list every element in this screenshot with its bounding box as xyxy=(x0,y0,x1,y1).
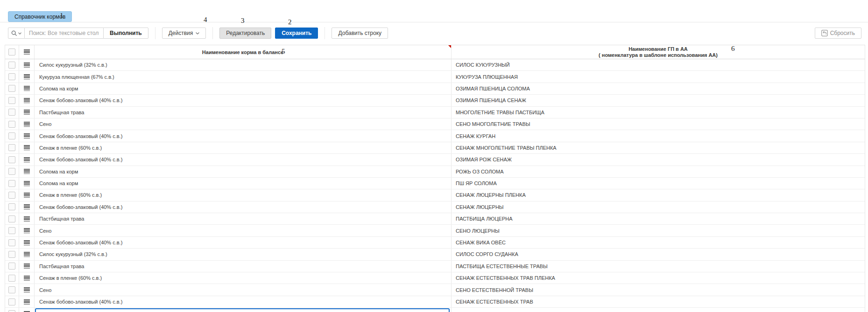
row-drag-handle-icon[interactable] xyxy=(24,216,30,222)
gp-name-cell[interactable]: ОЗИМАЯ РОЖ СЕНАЖ xyxy=(452,154,865,165)
feed-name-cell[interactable]: Сено xyxy=(35,225,452,236)
gp-name-cell[interactable]: СИЛОС СОРГО СУДАНКА xyxy=(452,249,865,260)
row-checkbox[interactable] xyxy=(8,286,15,293)
row-drag-handle-icon[interactable] xyxy=(24,240,30,245)
feed-name-cell[interactable]: Пастбищная трава xyxy=(35,107,452,118)
search-options-button[interactable] xyxy=(8,28,25,39)
search-input[interactable] xyxy=(25,28,103,39)
gp-name-cell[interactable]: СЕНАЖ ЕСТЕСТВЕННЫХ ТРАВ xyxy=(452,296,865,307)
gp-name-cell[interactable] xyxy=(452,308,865,312)
go-button[interactable]: Выполнить xyxy=(103,28,148,39)
row-checkbox[interactable] xyxy=(8,239,15,246)
row-checkbox[interactable] xyxy=(8,275,15,282)
row-drag-handle-icon[interactable] xyxy=(24,193,30,198)
row-drag-handle-icon[interactable] xyxy=(24,287,30,292)
row-checkbox[interactable] xyxy=(8,62,15,69)
row-drag-handle-icon[interactable] xyxy=(24,252,30,257)
gp-name-cell[interactable]: РОЖЬ ОЗ СОЛОМА xyxy=(452,166,865,177)
row-drag-handle-icon[interactable] xyxy=(24,169,30,174)
gp-name-cell[interactable]: ПАСТБИЩА ЛЮЦЕРНА xyxy=(452,213,865,224)
gp-name-cell[interactable]: СЕНАЖ ЛЮЦЕРНЫ ПЛЕНКА xyxy=(452,189,865,201)
gp-name-cell[interactable]: СЕНАЖ ЕСТЕСТВЕННЫХ ТРАВ ПЛЕНКА xyxy=(452,272,865,284)
gp-name-cell[interactable]: СЕНО ЛЮЦЕРНЫ xyxy=(452,225,865,236)
row-checkbox[interactable] xyxy=(8,132,15,139)
row-drag-handle-icon[interactable] xyxy=(24,263,30,269)
gp-name-cell[interactable]: СЕНАЖ ВИКА ОВЁС xyxy=(452,237,865,248)
feed-name-cell[interactable]: Сено xyxy=(35,118,452,130)
row-checkbox[interactable] xyxy=(8,215,15,222)
feed-name-cell[interactable]: Пастбищная трава xyxy=(35,213,452,224)
row-checkbox[interactable] xyxy=(8,251,15,258)
gp-name-cell[interactable]: ОЗИМАЯ ПШЕНИЦА СЕНАЖ xyxy=(452,95,865,106)
gp-name-cell[interactable]: КУКУРУЗА ПЛЮЩЕННАЯ xyxy=(452,71,865,82)
edit-button[interactable]: Редактировать xyxy=(219,28,271,39)
row-drag-handle-icon[interactable] xyxy=(24,228,30,233)
row-checkbox[interactable] xyxy=(8,97,15,104)
row-checkbox[interactable] xyxy=(8,263,15,270)
add-row-button[interactable]: Добавить строку xyxy=(332,28,388,39)
feed-name-cell[interactable]: Силос кукурузный (32% с.в.) xyxy=(35,249,452,260)
row-drag-handle-icon[interactable] xyxy=(24,98,30,103)
feed-name-cell[interactable]: Солома на корм xyxy=(35,178,452,189)
feed-name-cell[interactable]: Сенаж в пленке (60% с.в.) xyxy=(35,189,452,201)
row-checkbox[interactable] xyxy=(8,227,15,234)
row-drag-handle-icon[interactable] xyxy=(24,157,30,162)
feed-name-cell[interactable]: Сенаж бобово-злаковый (40% с.в.) xyxy=(35,201,452,213)
row-drag-handle-icon[interactable] xyxy=(24,74,30,79)
gp-name-cell[interactable]: СЕНО МНОГОЛЕТНИЕ ТРАВЫ xyxy=(452,118,865,130)
gp-name-cell[interactable]: МНОГОЛЕТНИЕ ТРАВЫ ПАСТБИЩА xyxy=(452,107,865,118)
row-checkbox[interactable] xyxy=(8,73,15,80)
row-drag-handle-icon[interactable] xyxy=(24,86,30,91)
gp-name-cell[interactable]: СИЛОС КУКУРУЗНЫЙ xyxy=(452,59,865,70)
feed-name-cell[interactable]: Солома на корм xyxy=(35,166,452,177)
feed-name-cell[interactable] xyxy=(35,308,452,312)
gp-name-cell[interactable]: ПАСТБИЩА ЕСТЕСТВЕННЫЕ ТРАВЫ xyxy=(452,261,865,272)
row-checkbox[interactable] xyxy=(8,168,15,175)
feed-name-cell[interactable]: Солома на корм xyxy=(35,83,452,94)
row-checkbox[interactable] xyxy=(8,203,15,210)
gp-name-cell[interactable]: СЕНО ЕСТЕСТВЕННОЙ ТРАВЫ xyxy=(452,284,865,295)
row-checkbox[interactable] xyxy=(8,85,15,92)
feed-name-cell[interactable]: Сенаж бобово-злаковый (40% с.в.) xyxy=(35,154,452,165)
gp-name-cell[interactable]: ПШ ЯР СОЛОМА xyxy=(452,178,865,189)
feed-name-cell[interactable]: Кукуруза плющенная (67% с.в.) xyxy=(35,71,452,82)
gp-name-cell[interactable]: ОЗИМАЯ ПШЕНИЦА СОЛОМА xyxy=(452,83,865,94)
row-drag-handle-icon[interactable] xyxy=(24,62,30,68)
column-header-feed-name[interactable]: Наименование корма в балансе xyxy=(35,45,452,59)
row-checkbox[interactable] xyxy=(8,156,15,163)
actions-menu-button[interactable]: Действия xyxy=(162,28,206,39)
row-drag-handle-icon[interactable] xyxy=(24,181,30,186)
row-drag-handle-icon[interactable] xyxy=(24,122,30,127)
row-select-cell xyxy=(5,225,19,236)
feed-name-cell[interactable]: Сенаж бобово-злаковый (40% с.в.) xyxy=(35,130,452,141)
reset-button[interactable]: Сбросить xyxy=(815,28,861,39)
save-button[interactable]: Сохранить xyxy=(275,28,318,39)
feed-name-cell[interactable]: Сенаж бобово-злаковый (40% с.в.) xyxy=(35,95,452,106)
gp-name-cell[interactable]: СЕНАЖ КУРГАН xyxy=(452,130,865,141)
feed-name-cell[interactable]: Сено xyxy=(35,284,452,295)
row-drag-handle-icon[interactable] xyxy=(24,133,30,139)
row-checkbox[interactable] xyxy=(8,109,15,116)
row-checkbox[interactable] xyxy=(8,310,15,312)
column-header-gp-name[interactable]: Наименование ГП в АА ( номенклатура в ша… xyxy=(452,45,865,59)
feed-name-cell[interactable]: Сенаж в пленке (60% с.в.) xyxy=(35,272,452,284)
select-all-checkbox[interactable] xyxy=(8,49,15,55)
gp-name-cell[interactable]: СЕНАЖ МНОГОЛЕТНИЕ ТРАВЫ ПЛЕНКА xyxy=(452,142,865,153)
row-checkbox[interactable] xyxy=(8,121,15,128)
row-checkbox[interactable] xyxy=(8,192,15,199)
row-checkbox[interactable] xyxy=(8,180,15,187)
row-drag-handle-icon[interactable] xyxy=(24,204,30,209)
menu-icon[interactable] xyxy=(24,49,30,55)
row-drag-handle-icon[interactable] xyxy=(24,145,30,150)
row-checkbox[interactable] xyxy=(8,298,15,305)
row-drag-handle-icon[interactable] xyxy=(24,299,30,305)
feed-name-cell[interactable]: Сенаж бобово-злаковый (40% с.в.) xyxy=(35,237,452,248)
row-drag-handle-icon[interactable] xyxy=(24,276,30,281)
gp-name-cell[interactable]: СЕНАЖ ЛЮЦЕРНЫ xyxy=(452,201,865,213)
feed-name-cell[interactable]: Сенаж бобово-злаковый (40% с.в.) xyxy=(35,296,452,307)
row-drag-handle-icon[interactable] xyxy=(24,110,30,115)
feed-name-cell[interactable]: Силос кукурузный (32% с.в.) xyxy=(35,59,452,70)
feed-name-cell[interactable]: Сенаж в пленке (60% с.в.) xyxy=(35,142,452,153)
feed-name-cell[interactable]: Пастбищная трава xyxy=(35,261,452,272)
row-checkbox[interactable] xyxy=(8,144,15,151)
